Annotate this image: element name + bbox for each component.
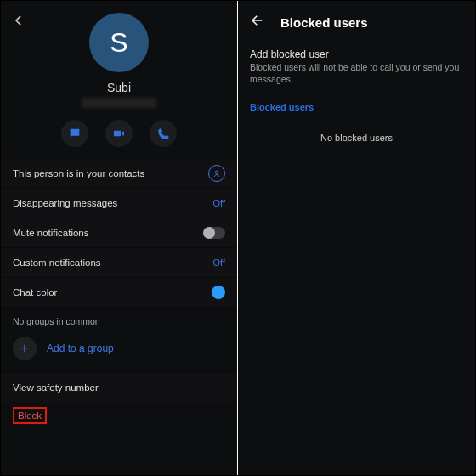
row-label: Disappearing messages — [13, 198, 117, 208]
mute-toggle[interactable] — [203, 227, 225, 239]
toggle-knob — [203, 227, 215, 239]
voice-call-button[interactable] — [150, 120, 177, 147]
contact-name: Subi — [107, 81, 131, 94]
contact-phone-redacted — [82, 98, 156, 108]
block-label: Block — [13, 407, 47, 424]
settings-list: This person is in your contacts Disappea… — [1, 159, 237, 307]
blocked-section-label: Blocked users — [238, 94, 475, 121]
message-button[interactable] — [61, 120, 88, 147]
arrow-left-icon — [250, 13, 265, 28]
back-button[interactable] — [250, 13, 265, 31]
phone-icon — [157, 128, 170, 140]
plus-icon: + — [13, 337, 37, 360]
page-title: Blocked users — [280, 15, 368, 30]
row-label: Chat color — [13, 287, 57, 298]
svg-point-0 — [215, 171, 218, 173]
row-value: Off — [213, 198, 225, 208]
contact-header: S Subi — [1, 1, 237, 156]
row-block[interactable]: Block — [1, 402, 237, 429]
row-label: View safety number — [13, 382, 99, 393]
color-swatch — [212, 286, 225, 299]
action-row — [61, 120, 177, 147]
row-mute[interactable]: Mute notifications — [1, 218, 237, 247]
row-label: This person is in your contacts — [13, 168, 144, 178]
row-value: Off — [213, 258, 225, 268]
avatar[interactable]: S — [89, 13, 149, 72]
back-button[interactable] — [11, 13, 26, 28]
blocked-users-pane: Blocked users Add blocked user Blocked u… — [238, 1, 475, 475]
add-to-group[interactable]: + Add to a group — [1, 333, 237, 372]
row-disappearing[interactable]: Disappearing messages Off — [1, 188, 237, 218]
contact-icon — [208, 165, 225, 182]
arrow-left-icon — [11, 13, 26, 28]
video-icon — [112, 127, 126, 140]
blocked-header: Blocked users — [238, 1, 475, 38]
add-blocked-sub: Blocked users will not be able to call y… — [238, 62, 475, 94]
add-blocked-title[interactable]: Add blocked user — [238, 38, 475, 62]
row-label: Mute notifications — [13, 228, 89, 238]
row-chat-color[interactable]: Chat color — [1, 277, 237, 307]
row-in-contacts[interactable]: This person is in your contacts — [1, 159, 237, 188]
row-label: Custom notifications — [13, 258, 101, 268]
message-icon — [68, 127, 82, 140]
row-custom-notif[interactable]: Custom notifications Off — [1, 247, 237, 277]
empty-state: No blocked users — [238, 121, 475, 143]
groups-header: No groups in common — [1, 307, 237, 333]
row-view-safety[interactable]: View safety number — [1, 372, 237, 402]
video-call-button[interactable] — [105, 120, 133, 147]
add-to-group-label: Add to a group — [47, 343, 114, 354]
contact-detail-pane: S Subi This person is in your contacts — [1, 1, 238, 475]
